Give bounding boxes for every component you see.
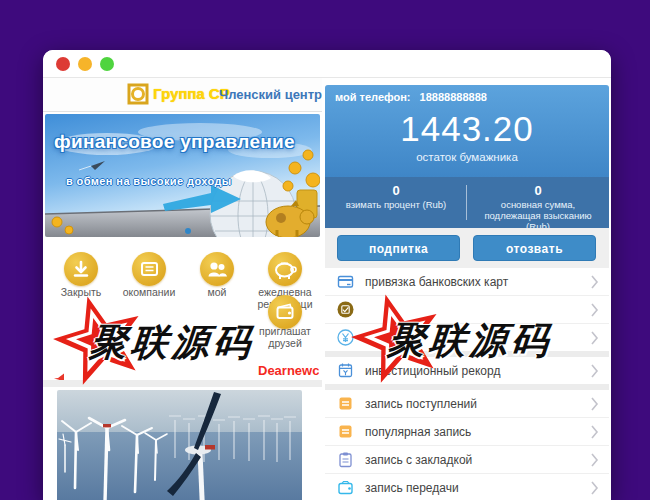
check-circle-icon: [337, 301, 354, 318]
right-panel: мой телефон: 18888888888 1443.20 остаток…: [325, 85, 609, 500]
download-icon[interactable]: [64, 252, 98, 286]
stat-band: 0 взимать процент (Rub) 0 основная сумма…: [325, 177, 609, 228]
quick-action-close-label[interactable]: Закрыть: [47, 286, 115, 298]
invest-record-icon: [337, 362, 354, 379]
chevron-right-icon: [591, 303, 599, 317]
phone-row: мой телефон: 18888888888: [335, 91, 487, 103]
wind-farm-image: [57, 390, 302, 500]
menu-item-popular-record[interactable]: популярная запись: [325, 418, 609, 446]
transfer-wallet-icon: [337, 479, 354, 496]
bank-card-icon: [337, 273, 354, 290]
phone-label: мой телефон:: [335, 91, 411, 103]
close-window-button[interactable]: [56, 57, 70, 71]
topup-button[interactable]: подпитка: [337, 235, 460, 261]
phone-number: 18888888888: [420, 91, 487, 103]
menu-item-transfer-record[interactable]: запись передачи: [325, 474, 609, 500]
window-titlebar: [43, 50, 611, 78]
section-divider: [43, 380, 322, 387]
chevron-right-icon: [591, 364, 599, 378]
menu-item-label: запись поступлений: [365, 397, 477, 411]
clipboard-icon: [337, 451, 354, 468]
marquee-horn-icon: [53, 369, 66, 380]
banner-headline: финансовое управление: [54, 131, 295, 153]
menu-item-hidden-2[interactable]: [325, 324, 609, 351]
stat-interest: 0 взимать процент (Rub): [325, 177, 467, 228]
menu-item-label: популярная запись: [365, 425, 471, 439]
chevron-right-icon: [591, 331, 599, 345]
desktop-background: Группа СР Членский центр: [0, 0, 650, 500]
brand-logo-icon: [127, 83, 149, 105]
wallet-balance: 1443.20: [325, 109, 609, 149]
menu-item-label: привязка банковских карт: [365, 275, 508, 289]
chevron-right-icon: [591, 275, 599, 289]
marquee-text: Dearnewc: [258, 363, 319, 378]
app-header: Группа СР Членский центр: [43, 78, 322, 112]
chevron-right-icon: [591, 453, 599, 467]
yuan-circle-icon: [337, 329, 354, 346]
left-panel: Группа СР Членский центр: [43, 78, 322, 500]
browser-window: Группа СР Членский центр: [43, 50, 611, 500]
quick-action-my-label[interactable]: мой: [183, 286, 251, 298]
action-buttons-row: подпитка отозвать: [325, 228, 609, 268]
carousel-dot[interactable]: [185, 228, 191, 234]
quick-action-about-label[interactable]: окомпании: [115, 286, 183, 298]
stat-interest-label: взимать процент (Rub): [325, 198, 467, 210]
menu-item-label: запись передачи: [365, 481, 459, 495]
banner-carousel[interactable]: финансовое управление в обмен на высокие…: [45, 114, 320, 237]
piggy-bank-icon[interactable]: [268, 252, 302, 286]
menu-item-hidden-1[interactable]: [325, 296, 609, 324]
menu-item-investment-record[interactable]: инвестиционный рекорд: [325, 357, 609, 384]
banner-subline: в обмен на высокие доходы: [66, 175, 232, 187]
menu-list: привязка банковских карт: [325, 268, 609, 500]
menu-item-label: инвестиционный рекорд: [365, 364, 500, 378]
wallet-icon[interactable]: [268, 295, 302, 329]
people-icon[interactable]: [200, 252, 234, 286]
wallet-header: мой телефон: 18888888888 1443.20 остаток…: [325, 85, 609, 177]
menu-item-income-record[interactable]: запись поступлений: [325, 390, 609, 418]
quick-action-invite-label-line1[interactable]: приглашат: [251, 325, 319, 337]
menu-item-label: запись с закладкой: [365, 453, 472, 467]
chevron-right-icon: [591, 425, 599, 439]
note-icon: [337, 395, 354, 412]
page-title: Членский центр: [219, 87, 322, 102]
maximize-window-button[interactable]: [100, 57, 114, 71]
menu-item-bookmarked-record[interactable]: запись с закладкой: [325, 446, 609, 474]
note-icon: [337, 423, 354, 440]
quick-action-invite-label-line2[interactable]: друзей: [251, 337, 319, 349]
chevron-right-icon: [591, 481, 599, 495]
stat-principal-label: основная сумма, подлежащая взысканию (Ru…: [467, 198, 609, 232]
stat-interest-value: 0: [325, 183, 467, 198]
withdraw-button[interactable]: отозвать: [473, 235, 596, 261]
minimize-window-button[interactable]: [78, 57, 92, 71]
chevron-right-icon: [591, 397, 599, 411]
stat-principal-value: 0: [467, 183, 609, 198]
stat-principal: 0 основная сумма, подлежащая взысканию (…: [467, 177, 609, 228]
scroll-icon[interactable]: [132, 252, 166, 286]
menu-item-bank-cards[interactable]: привязка банковских карт: [325, 268, 609, 296]
balance-caption: остаток бумажника: [325, 151, 609, 163]
